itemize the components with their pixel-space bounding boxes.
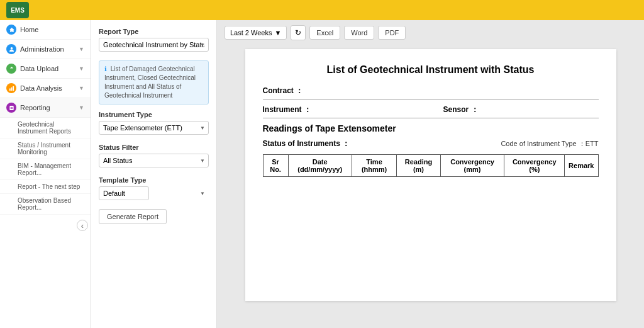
- sidebar: Home Administration ▼ Data Upload ▼: [0, 20, 91, 328]
- sidebar-item-admin[interactable]: Administration ▼: [0, 40, 91, 59]
- date-range-chevron-icon: ▼: [274, 29, 281, 37]
- sidebar-item-data-analysis-label: Data Analysis: [20, 84, 62, 92]
- report-type-select[interactable]: Geotechnical Instrument by Status (Geote…: [99, 38, 209, 52]
- table-header-cell: Reading (m): [397, 155, 440, 177]
- table-header-cell: Convergency (%): [504, 155, 565, 177]
- sidebar-item-admin-label: Administration: [20, 45, 64, 53]
- status-filter-section: Status Filter All Status: [99, 144, 209, 167]
- instrument-type-label: Instrument Type: [99, 111, 209, 118]
- sidebar-item-reporting[interactable]: Reporting ▼: [0, 98, 91, 118]
- report-type-label: Report Type: [99, 28, 209, 35]
- instrument-type-select[interactable]: Tape Extensometer (ETT): [99, 121, 209, 135]
- instrument-label: Instrument ：: [263, 105, 313, 115]
- excel-button[interactable]: Excel: [309, 26, 340, 40]
- template-type-label: Template Type: [99, 176, 209, 184]
- status-filter-label: Status Filter: [99, 144, 209, 151]
- sidebar-collapse-button[interactable]: ‹: [77, 220, 88, 231]
- refresh-icon: ↻: [295, 28, 301, 37]
- status-filter-select[interactable]: All Status: [99, 154, 209, 167]
- logo: EMS: [6, 2, 29, 18]
- data-analysis-icon: [6, 83, 16, 93]
- sidebar-sub-report-next[interactable]: Report - The next step: [0, 180, 91, 194]
- svg-point-0: [10, 47, 13, 49]
- reporting-chevron: ▼: [79, 105, 84, 111]
- date-range-label: Last 2 Weeks: [230, 29, 272, 37]
- instrument-sensor-row: Instrument ： Sensor ：: [263, 105, 599, 118]
- top-bar: EMS: [0, 0, 644, 20]
- sidebar-item-data-upload[interactable]: Data Upload ▼: [0, 59, 91, 79]
- refresh-button[interactable]: ↻: [291, 25, 306, 40]
- table-header-cell: Time (hhmm): [352, 155, 397, 177]
- pdf-button[interactable]: PDF: [378, 26, 406, 40]
- template-type-select-wrapper: Default: [99, 186, 209, 200]
- template-type-select[interactable]: Default: [99, 186, 149, 200]
- report-toolbar: Last 2 Weeks ▼ ↻ Excel Word PDF: [217, 20, 644, 45]
- instrument-type-section: Instrument Type Tape Extensometer (ETT): [99, 111, 209, 135]
- sidebar-sub-geo-reports[interactable]: Geotechnical Instrument Reports: [0, 118, 91, 139]
- report-page: List of Geotechnical Instrument with Sta…: [245, 49, 616, 301]
- sidebar-sub-bim[interactable]: BIM - Management Report...: [0, 159, 91, 180]
- table-header-cell: Date (dd/mm/yyyy): [288, 155, 352, 177]
- admin-icon: [6, 44, 16, 54]
- sidebar-item-data-analysis[interactable]: Data Analysis ▼: [0, 79, 91, 98]
- data-table: Sr No.Date (dd/mm/yyyy)Time (hhmm)Readin…: [263, 154, 599, 177]
- home-icon: [6, 25, 16, 35]
- main-layout: Home Administration ▼ Data Upload ▼: [0, 20, 644, 328]
- status-row: Status of Instruments ： Code of Instrume…: [263, 139, 599, 149]
- svg-rect-1: [9, 88, 10, 91]
- reporting-icon: [6, 103, 16, 113]
- info-icon: ℹ: [104, 65, 107, 72]
- svg-rect-3: [13, 86, 14, 90]
- table-header-cell: Sr No.: [263, 155, 288, 177]
- data-analysis-chevron: ▼: [79, 85, 84, 91]
- svg-rect-4: [9, 105, 13, 110]
- instrument-item: Instrument ：: [263, 105, 418, 115]
- sidebar-sub-status-monitoring[interactable]: Status / Instrument Monitoring: [0, 139, 91, 159]
- readings-title: Readings of Tape Extensometer: [263, 123, 599, 133]
- sidebar-item-home[interactable]: Home: [0, 20, 91, 40]
- table-header-cell: Convergency (mm): [440, 155, 504, 177]
- sidebar-item-data-upload-label: Data Upload: [20, 65, 58, 72]
- report-scroll-area[interactable]: List of Geotechnical Instrument with Sta…: [217, 45, 644, 328]
- info-box: ℹ List of Damaged Geotechnical Instrumen…: [99, 60, 209, 105]
- report-type-section: Report Type Geotechnical Instrument by S…: [99, 28, 209, 52]
- sidebar-item-home-label: Home: [20, 26, 38, 33]
- data-upload-icon: [6, 64, 16, 74]
- report-type-select-wrapper: Geotechnical Instrument by Status (Geote…: [99, 38, 209, 52]
- date-range-button[interactable]: Last 2 Weeks ▼: [225, 26, 287, 40]
- instrument-type-select-wrapper: Tape Extensometer (ETT): [99, 121, 209, 135]
- template-type-section: Template Type Default: [99, 176, 209, 200]
- table-header-row: Sr No.Date (dd/mm/yyyy)Time (hhmm)Readin…: [263, 155, 598, 177]
- right-panel: Last 2 Weeks ▼ ↻ Excel Word PDF List of …: [217, 20, 644, 328]
- table-header-cell: Remark: [565, 155, 598, 177]
- word-button[interactable]: Word: [344, 26, 374, 40]
- report-title: List of Geotechnical Instrument with Sta…: [263, 64, 599, 76]
- sensor-item: Sensor ：: [443, 105, 599, 115]
- code-of-instrument-label: Code of Instrument Type ：ETT: [501, 139, 598, 149]
- sensor-label: Sensor ：: [443, 105, 494, 115]
- center-panel: Report Type Geotechnical Instrument by S…: [91, 20, 217, 328]
- generate-report-button[interactable]: Generate Report: [99, 209, 167, 224]
- svg-rect-2: [11, 87, 12, 90]
- status-filter-select-wrapper: All Status: [99, 154, 209, 167]
- admin-chevron: ▼: [79, 46, 84, 52]
- contract-label: Contract ：: [263, 86, 313, 96]
- status-of-instruments-label: Status of Instruments ：: [263, 139, 350, 149]
- sidebar-item-reporting-label: Reporting: [20, 104, 50, 111]
- contract-row: Contract ：: [263, 86, 599, 99]
- data-upload-chevron: ▼: [79, 65, 84, 72]
- sidebar-sub-observation[interactable]: Observation Based Report...: [0, 194, 91, 215]
